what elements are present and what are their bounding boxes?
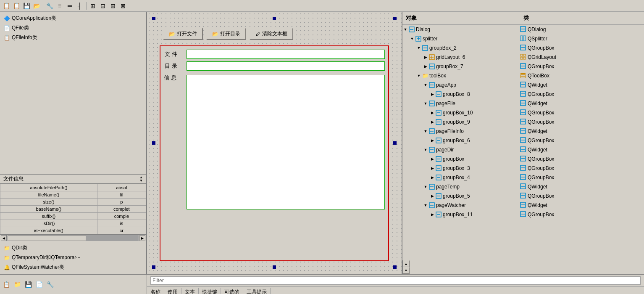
tree-row-groupBox_4[interactable]: ▶groupBox_4QGroupBox [402, 173, 644, 182]
handle-top-right[interactable] [393, 17, 397, 20]
obj-label: gridLayout_6 [435, 54, 465, 60]
tree-row-groupBox_11[interactable]: ▶groupBox_11QGroupBox [402, 210, 644, 219]
handle-top-left[interactable] [152, 17, 155, 20]
toolbar-btn-6[interactable]: ≡ [55, 1, 64, 11]
class-label: QGroupBox [528, 165, 554, 171]
toolbar-btn-4[interactable]: 📂 [32, 1, 41, 11]
tree-row-pageTemp[interactable]: ▼pageTempQWidget [402, 182, 644, 191]
handle-bottom[interactable] [273, 265, 276, 269]
handle-left[interactable] [152, 141, 155, 145]
obj-name-cell: ▼pageApp [402, 81, 520, 89]
bottom-icon-1[interactable]: 📋 [2, 280, 11, 289]
bottom-icon-2[interactable]: 📁 [13, 280, 22, 289]
toolbar-btn-3[interactable]: 💾 [22, 1, 31, 11]
tree-toggle[interactable]: ▼ [423, 101, 428, 106]
tree-item-qdir[interactable]: 📁 QDir类 [0, 243, 146, 253]
info-textarea[interactable] [187, 75, 385, 209]
bottom-icon-3[interactable]: 💾 [24, 280, 33, 289]
h-scrollbar[interactable]: ◀ ▶ [0, 234, 146, 241]
tree-row-groupBox_5[interactable]: ▶groupBox_5QGroupBox [402, 191, 644, 201]
clear-btn[interactable]: 🖊 清除文本框 [250, 28, 293, 40]
tree-item-qfileinfo[interactable]: 📋 QFileInfo类 [0, 33, 146, 42]
tree-item-qtempdir[interactable]: 📁 QTemporaryDir和QTemporar··· [0, 253, 146, 262]
tree-row-groupBox_2[interactable]: ▼groupBox_2QGroupBox [402, 43, 644, 53]
tree-toggle[interactable]: ▼ [416, 73, 422, 79]
tree-row-pageFile[interactable]: ▼pageFileQWidget [402, 99, 644, 108]
handle-top[interactable] [273, 17, 276, 20]
tree-item-qcoreapp[interactable]: 🔷 QCoreApplication类 [0, 13, 146, 23]
tree-toggle[interactable]: ▶ [429, 193, 435, 199]
tree-toggle[interactable]: ▶ [429, 91, 435, 97]
file-input[interactable] [187, 50, 385, 59]
tree-row-gridLayout_6[interactable]: ▶gridLayout_6QGridLayout [402, 53, 644, 62]
tree-toggle[interactable]: ▶ [423, 54, 428, 60]
tree-toggle[interactable]: ▼ [416, 45, 422, 51]
tree-toggle[interactable]: ▶ [429, 165, 435, 171]
handle-bottom-left[interactable] [152, 265, 155, 269]
class-label: QGroupBox [528, 138, 554, 143]
tree-row-pageWatcher[interactable]: ▼pageWatcherQWidget [402, 201, 644, 210]
scroll-track[interactable] [8, 235, 139, 241]
tree-row-pageApp[interactable]: ▼pageAppQWidget [402, 80, 644, 90]
toolbar-btn-2[interactable]: 📋 [12, 1, 21, 11]
tree-toggle[interactable]: ▶ [429, 138, 435, 143]
class-icon [520, 63, 526, 70]
scroll-thumb[interactable] [8, 235, 86, 241]
tree-row-groupBox_7[interactable]: ▶groupBox_7QGroupBox [402, 62, 644, 71]
open-dir-btn[interactable]: 📂 打开目录 [206, 28, 246, 40]
toolbar-btn-10[interactable]: ⊟ [98, 1, 108, 11]
obj-icon [415, 35, 422, 42]
tree-row-groupBox_8[interactable]: ▶groupBox_8QGroupBox [402, 90, 644, 99]
tree-row-groupBox[interactable]: ▶groupBoxQGroupBox [402, 154, 644, 164]
file-info-scroll[interactable]: ▲ ▼ [139, 176, 143, 183]
tree-toggle[interactable]: ▶ [429, 156, 435, 162]
tree-toggle[interactable]: ▼ [409, 36, 415, 42]
scroll-down-btn[interactable]: ▼ [139, 179, 143, 183]
tree-toggle[interactable]: ▼ [423, 128, 428, 134]
tree-toggle[interactable]: ▼ [423, 82, 428, 88]
tree-item-qfsw[interactable]: 🔔 QFileSystemWatcher类 [0, 262, 146, 272]
tree-row-pageDir[interactable]: ▼pageDirQWidget [402, 145, 644, 154]
tree-row-Dialog[interactable]: ▼DialogQDialog [402, 25, 644, 34]
tree-toggle[interactable]: ▼ [423, 184, 428, 190]
toolbar-btn-12[interactable]: ⊠ [118, 1, 128, 11]
tree-toggle[interactable]: ▶ [429, 212, 435, 217]
tree-row-groupBox_10[interactable]: ▶groupBox_10QGroupBox [402, 108, 644, 117]
tree-toggle[interactable]: ▶ [429, 175, 435, 180]
tree-toggle[interactable]: ▼ [423, 202, 428, 208]
tree-row-groupBox_9[interactable]: ▶groupBox_9QGroupBox [402, 117, 644, 127]
obj-name-cell: ▶groupBox_4 [402, 174, 520, 181]
scroll-left-btn[interactable]: ◀ [1, 235, 7, 241]
tree-toggle[interactable]: ▶ [429, 119, 435, 125]
tree-row-groupBox_6[interactable]: ▶groupBox_6QGroupBox [402, 136, 644, 145]
open-file-btn[interactable]: 📂 打开文件 [163, 28, 203, 40]
tree-toggle[interactable]: ▼ [423, 147, 428, 153]
dir-input[interactable] [187, 61, 385, 71]
scroll-right-btn[interactable]: ▶ [139, 235, 145, 241]
toolbar-btn-9[interactable]: ⊞ [88, 1, 97, 11]
obj-name-cell: ▶groupBox_7 [402, 63, 520, 70]
handle-right[interactable] [393, 141, 397, 145]
toolbar-btn-11[interactable]: ⊞ [108, 1, 118, 11]
bottom-icon-5[interactable]: 🔧 [45, 280, 55, 289]
filter-input[interactable] [150, 276, 641, 285]
toolbar-btn-1[interactable]: 📋 [2, 1, 11, 11]
tree-toggle[interactable]: ▼ [402, 26, 408, 32]
tree-toggle[interactable]: ▶ [423, 64, 428, 69]
tree-row-groupBox_3[interactable]: ▶groupBox_3QGroupBox [402, 164, 644, 173]
v-scroll-up[interactable]: ▲ [403, 260, 410, 267]
tree-row-toolBox[interactable]: ▼📁toolBoxQToolBox [402, 71, 644, 80]
toolbar-btn-5[interactable]: 🔧 [45, 1, 54, 11]
obj-label: groupBox [442, 156, 464, 162]
tree-toggle[interactable]: ▶ [429, 110, 435, 116]
tree-row-pageFileInfo[interactable]: ▼pageFileInfoQWidget [402, 127, 644, 136]
class-label: QWidget [528, 202, 547, 208]
v-scroll-down[interactable]: ▼ [403, 267, 410, 274]
obj-label: groupBox_10 [442, 110, 473, 116]
bottom-icon-4[interactable]: 📄 [34, 280, 44, 289]
tree-row-splitter[interactable]: ▼splitterQSplitter [402, 34, 644, 43]
tree-item-qfile[interactable]: 📄 QFile类 [0, 23, 146, 33]
toolbar-btn-7[interactable]: ═ [65, 1, 74, 11]
handle-bottom-right[interactable] [393, 265, 397, 269]
toolbar-btn-8[interactable]: ┤ [75, 1, 84, 11]
